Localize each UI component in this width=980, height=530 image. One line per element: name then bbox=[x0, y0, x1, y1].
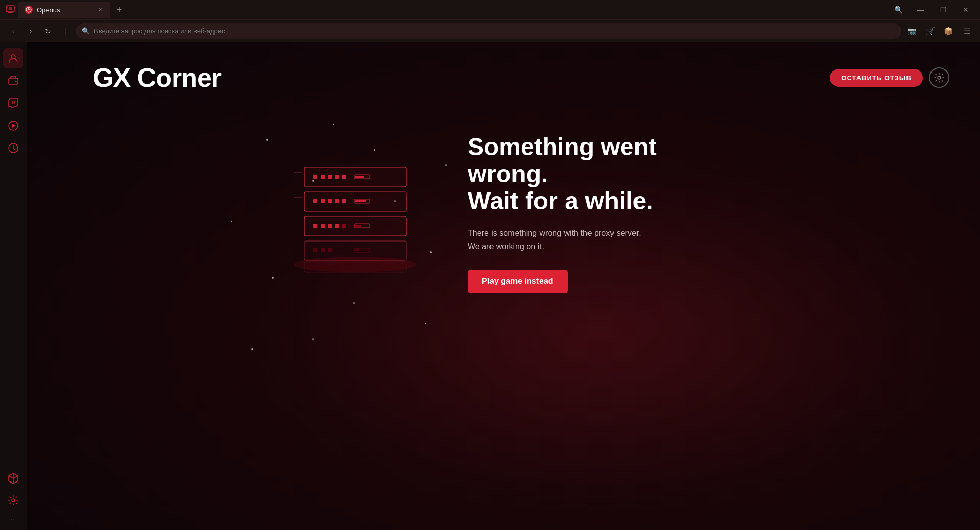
decoration-dot bbox=[231, 221, 232, 222]
tab-close-button[interactable]: × bbox=[96, 6, 104, 14]
server-illustration bbox=[284, 142, 427, 285]
reload-button[interactable]: ↻ bbox=[41, 24, 55, 38]
new-tab-button[interactable]: + bbox=[112, 3, 127, 17]
maximize-button[interactable]: ❐ bbox=[933, 2, 953, 18]
title-bar: Operius × + 🔍 — ❐ ✕ bbox=[0, 0, 980, 19]
nav-divider: | bbox=[58, 24, 72, 38]
svg-point-51 bbox=[294, 257, 416, 272]
svg-rect-28 bbox=[335, 199, 339, 203]
content-area: GX Corner ОСТАВИТЬ ОТЗЫВ bbox=[27, 42, 980, 530]
svg-rect-18 bbox=[328, 175, 332, 179]
sidebar-item-profile[interactable] bbox=[3, 48, 23, 68]
sidebar-item-box[interactable] bbox=[3, 468, 23, 488]
sidebar-item-wallet[interactable] bbox=[3, 70, 23, 91]
svg-rect-26 bbox=[321, 199, 325, 203]
feedback-button[interactable]: ОСТАВИТЬ ОТЗЫВ bbox=[830, 69, 923, 87]
decoration-dot bbox=[333, 124, 334, 125]
svg-rect-44 bbox=[321, 248, 325, 252]
svg-rect-29 bbox=[342, 199, 346, 203]
error-text-section: Something went wrong. Wait for a while. … bbox=[468, 134, 723, 293]
address-bar[interactable]: 🔍 bbox=[76, 23, 901, 39]
decoration-dot bbox=[266, 139, 268, 141]
package-button[interactable]: 📦 bbox=[941, 24, 955, 38]
minimize-button[interactable]: — bbox=[911, 2, 931, 18]
tab-favicon bbox=[24, 6, 33, 14]
browser-icon bbox=[4, 4, 16, 16]
svg-rect-27 bbox=[328, 199, 332, 203]
svg-rect-22 bbox=[355, 176, 364, 178]
nav-right-actions: 📷 🛒 📦 ☰ bbox=[904, 24, 974, 38]
search-button[interactable]: 🔍 bbox=[888, 2, 909, 18]
decoration-dot bbox=[251, 348, 253, 350]
svg-rect-1 bbox=[8, 12, 13, 13]
search-icon: 🔍 bbox=[82, 27, 90, 35]
error-heading: Something went wrong. Wait for a while. bbox=[468, 134, 723, 214]
svg-rect-47 bbox=[355, 249, 359, 251]
svg-rect-2 bbox=[9, 7, 12, 10]
svg-point-13 bbox=[938, 76, 941, 79]
svg-rect-43 bbox=[313, 248, 317, 252]
svg-point-6 bbox=[15, 81, 17, 82]
error-description: There is something wrong with the proxy … bbox=[468, 227, 723, 253]
svg-rect-19 bbox=[335, 175, 339, 179]
svg-point-4 bbox=[11, 55, 15, 59]
svg-rect-38 bbox=[342, 224, 346, 228]
svg-marker-10 bbox=[12, 124, 16, 128]
page-title: GX Corner bbox=[93, 62, 221, 93]
nav-bar: ‹ › ↻ | 🔍 📷 🛒 📦 ☰ bbox=[0, 19, 980, 42]
svg-rect-25 bbox=[313, 199, 317, 203]
sidebar-item-twitch[interactable] bbox=[3, 93, 23, 113]
svg-rect-20 bbox=[342, 175, 346, 179]
svg-rect-35 bbox=[321, 224, 325, 228]
settings-button[interactable] bbox=[929, 67, 949, 88]
play-game-button[interactable]: Play game instead bbox=[468, 270, 568, 293]
svg-rect-36 bbox=[328, 224, 332, 228]
sidebar-more-button[interactable]: ... bbox=[11, 513, 16, 524]
svg-rect-16 bbox=[313, 175, 317, 179]
svg-rect-34 bbox=[313, 224, 317, 228]
decoration-dot bbox=[430, 251, 432, 253]
header-actions: ОСТАВИТЬ ОТЗЫВ bbox=[830, 67, 949, 88]
page-header: GX Corner ОСТАВИТЬ ОТЗЫВ bbox=[27, 42, 980, 93]
svg-rect-40 bbox=[355, 225, 361, 227]
cart-button[interactable]: 🛒 bbox=[923, 24, 937, 38]
svg-rect-37 bbox=[335, 224, 339, 228]
svg-point-12 bbox=[12, 499, 15, 502]
decoration-dot bbox=[272, 277, 274, 279]
title-bar-left: Operius × + bbox=[4, 2, 127, 18]
tab-title: Operius bbox=[37, 6, 92, 14]
main-layout: ... GX Corner ОСТАВИТЬ ОТЗЫВ bbox=[0, 42, 980, 530]
camera-button[interactable]: 📷 bbox=[904, 24, 919, 38]
sidebar: ... bbox=[0, 42, 27, 530]
close-button[interactable]: ✕ bbox=[955, 2, 976, 18]
sidebar-item-history[interactable] bbox=[3, 138, 23, 158]
title-bar-right: 🔍 — ❐ ✕ bbox=[888, 2, 976, 18]
back-button[interactable]: ‹ bbox=[6, 24, 20, 38]
active-tab[interactable]: Operius × bbox=[18, 2, 110, 18]
svg-rect-17 bbox=[321, 175, 325, 179]
decoration-dot bbox=[425, 323, 426, 324]
svg-rect-31 bbox=[355, 200, 366, 202]
sidebar-item-settings[interactable] bbox=[3, 490, 23, 511]
error-area: Something went wrong. Wait for a while. … bbox=[27, 103, 980, 324]
svg-rect-45 bbox=[328, 248, 332, 252]
address-input[interactable] bbox=[94, 27, 895, 35]
decoration-dot bbox=[312, 338, 314, 340]
decoration-dot bbox=[353, 302, 355, 304]
menu-button[interactable]: ☰ bbox=[960, 24, 974, 38]
sidebar-item-play[interactable] bbox=[3, 115, 23, 136]
decoration-dot bbox=[445, 164, 447, 166]
forward-button[interactable]: › bbox=[23, 24, 38, 38]
